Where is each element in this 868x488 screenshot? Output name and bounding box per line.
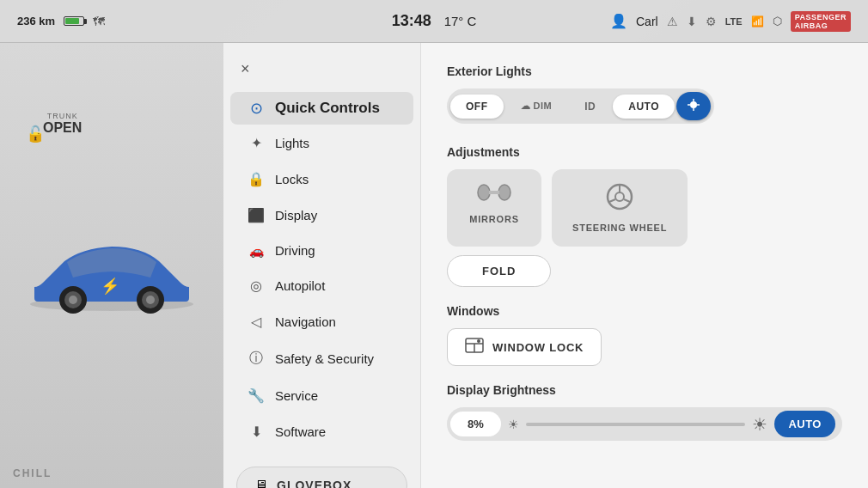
glovebox-icon: 🖥 — [254, 478, 268, 488]
sidebar-item-driving[interactable]: 🚗 Driving — [230, 234, 413, 267]
sidebar-item-software[interactable]: ⬇ Software — [230, 414, 413, 449]
right-panel: Exterior Lights OFF ☁ DIM ID AUTO — [421, 43, 868, 488]
autopilot-icon: ◎ — [248, 278, 265, 294]
svg-point-3 — [69, 296, 77, 304]
main-content: TRUNK OPEN 🔓 ⚡ CHILL × — [0, 43, 868, 488]
status-bar: 236 km 🗺 13:48 17° C 👤 Carl ⚠ ⬇ ⚙ LTE 📶 … — [0, 0, 868, 43]
fold-button[interactable]: FOLD — [447, 255, 551, 287]
steering-wheel-icon — [606, 183, 633, 216]
svg-text:⚡: ⚡ — [101, 277, 120, 296]
time-display: 13:48 — [392, 12, 431, 30]
service-icon: 🔧 — [248, 387, 265, 404]
svg-point-24 — [477, 339, 480, 343]
battery-icon — [64, 16, 84, 26]
map-icon: 🗺 — [93, 15, 105, 28]
open-text: OPEN — [43, 120, 82, 135]
sidebar-item-autopilot[interactable]: ◎ Autopilot — [230, 268, 413, 303]
mirrors-label: MIRRORS — [469, 214, 519, 224]
lte-indicator: LTE — [725, 16, 743, 27]
safety-label: Safety & Security — [275, 351, 374, 366]
driving-icon: 🚗 — [248, 244, 265, 258]
brightness-slider-row: 8% ☀ ☀ AUTO — [447, 407, 842, 441]
mirrors-card[interactable]: MIRRORS — [447, 169, 541, 247]
sidebar-item-navigation[interactable]: ◁ Navigation — [230, 304, 413, 339]
steering-wheel-card[interactable]: STEERING WHEEL — [552, 169, 688, 247]
glovebox-button[interactable]: 🖥 GLOVEBOX — [236, 467, 407, 488]
user-name: Carl — [636, 15, 658, 28]
sidebar-item-display[interactable]: ⬛ Display — [230, 198, 413, 233]
service-label: Service — [275, 388, 318, 403]
sidebar-item-locks[interactable]: 🔒 Locks — [230, 162, 413, 197]
window-lock-button[interactable]: WINDOW LOCK — [447, 328, 602, 366]
locks-label: Locks — [275, 172, 309, 186]
sidebar-item-lights[interactable]: ✦ Lights — [230, 125, 413, 161]
brightness-track[interactable] — [526, 423, 746, 426]
close-icon[interactable]: × — [241, 60, 250, 78]
sun-icon-large: ☀ — [752, 414, 767, 435]
display-label: Display — [275, 208, 317, 223]
toggle-dim[interactable]: ☁ DIM — [505, 95, 568, 118]
software-label: Software — [275, 424, 326, 439]
window-lock-label: WINDOW LOCK — [492, 341, 584, 354]
status-right: 👤 Carl ⚠ ⬇ ⚙ LTE 📶 ⬡ PASSENGERAIRBAG — [610, 11, 851, 32]
lights-icon: ✦ — [248, 135, 265, 151]
download-icon: ⬇ — [687, 15, 697, 28]
svg-point-14 — [498, 185, 510, 200]
adjustments-title: Adjustments — [447, 145, 842, 159]
sidebar: × ⊙ Quick Controls ✦ Lights 🔒 Locks ⬛ Di… — [223, 43, 421, 488]
lights-label: Lights — [275, 136, 309, 150]
trunk-text: TRUNK — [43, 112, 82, 120]
car-image: ⚡ — [17, 223, 206, 326]
brightness-title: Display Brightness — [447, 383, 842, 397]
auto-brightness-button[interactable]: AUTO — [774, 411, 835, 437]
temp-display: 17° C — [444, 14, 477, 28]
sun-icon-small: ☀ — [508, 418, 519, 431]
quick-controls-icon: ⊙ — [248, 99, 265, 118]
steering-svg — [606, 183, 633, 210]
toggle-id[interactable]: ID — [569, 95, 611, 119]
settings-icon: ⚙ — [706, 15, 717, 28]
bluetooth-icon: ⬡ — [773, 15, 782, 27]
svg-point-13 — [478, 185, 490, 200]
brightness-section: Display Brightness 8% ☀ ☀ AUTO — [447, 383, 842, 441]
status-center: 13:48 17° C — [392, 12, 477, 30]
toggle-auto-active[interactable] — [676, 92, 711, 120]
toggle-auto[interactable]: AUTO — [613, 95, 675, 119]
sidebar-item-service[interactable]: 🔧 Service — [230, 378, 413, 413]
safety-icon: ⓘ — [248, 350, 265, 368]
navigation-icon: ◁ — [248, 314, 265, 330]
passenger-airbag-badge: PASSENGERAIRBAG — [791, 11, 851, 32]
window-lock-icon — [465, 338, 484, 357]
lock-car-icon: 🔓 — [26, 125, 45, 143]
status-left: 236 km 🗺 — [17, 15, 610, 28]
adjustments-section: Adjustments MIRRORS — [447, 145, 842, 304]
locks-icon: 🔒 — [248, 171, 265, 187]
windows-section: Windows WINDOW LOCK — [447, 304, 842, 366]
driving-label: Driving — [275, 243, 315, 258]
signal-icon: 📶 — [751, 15, 764, 27]
svg-point-17 — [615, 192, 624, 201]
svg-line-20 — [624, 199, 630, 202]
mirrors-svg — [477, 183, 511, 202]
window-icon-svg — [465, 338, 484, 353]
chill-label: CHILL — [13, 467, 52, 479]
sidebar-item-safety[interactable]: ⓘ Safety & Security — [230, 340, 413, 377]
svg-point-6 — [146, 296, 155, 304]
trunk-label: TRUNK OPEN — [43, 112, 82, 136]
user-icon: 👤 — [610, 13, 627, 29]
exterior-lights-section: Exterior Lights OFF ☁ DIM ID AUTO — [447, 64, 842, 124]
mirrors-icon — [477, 183, 511, 207]
lights-toggle: OFF ☁ DIM ID AUTO — [447, 88, 714, 124]
display-icon: ⬛ — [248, 207, 265, 223]
svg-line-19 — [609, 199, 615, 202]
autopilot-label: Autopilot — [275, 278, 325, 293]
steering-label: STEERING WHEEL — [572, 223, 667, 233]
navigation-label: Navigation — [275, 314, 336, 329]
glovebox-label: GLOVEBOX — [277, 479, 351, 488]
toggle-off[interactable]: OFF — [450, 95, 504, 119]
svg-rect-15 — [489, 191, 499, 194]
close-button[interactable]: × — [223, 56, 420, 91]
adjustments-row: MIRRORS STEERING WHEEL — [447, 169, 842, 247]
sidebar-item-quick-controls[interactable]: ⊙ Quick Controls — [230, 92, 413, 125]
brightness-value: 8% — [450, 412, 501, 436]
